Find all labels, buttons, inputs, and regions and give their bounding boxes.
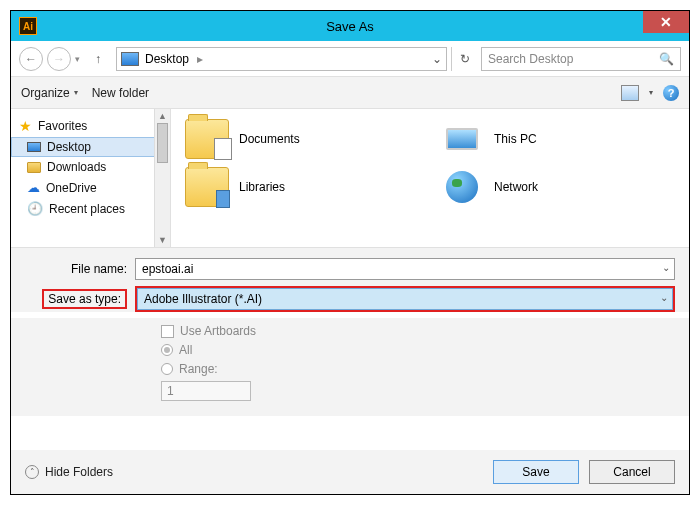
sidebar-scrollbar[interactable]: ▲ ▼ (154, 109, 170, 247)
item-libraries[interactable]: Libraries (185, 167, 420, 207)
item-label: Libraries (239, 180, 285, 194)
search-icon: 🔍 (659, 52, 674, 66)
sidebar-item-recent[interactable]: 🕘 Recent places (11, 198, 170, 219)
range-value: 1 (167, 384, 174, 398)
search-input[interactable]: Search Desktop 🔍 (481, 47, 681, 71)
star-icon: ★ (19, 118, 32, 134)
breadcrumb-desktop[interactable]: Desktop (145, 52, 189, 66)
scroll-thumb[interactable] (157, 123, 168, 163)
libraries-icon (185, 167, 229, 207)
use-artboards-row: Use Artboards (161, 324, 675, 338)
network-icon (440, 167, 484, 207)
desktop-icon (27, 142, 41, 152)
all-row: All (161, 343, 675, 357)
cancel-button[interactable]: Cancel (589, 460, 675, 484)
savetype-value: Adobe Illustrator (*.AI) (144, 292, 262, 306)
breadcrumb-separator: ▸ (197, 52, 203, 66)
savetype-dropdown[interactable]: Adobe Illustrator (*.AI) ⌄ (137, 288, 673, 310)
range-row: Range: (161, 362, 675, 376)
illustrator-app-icon: Ai (19, 17, 37, 35)
new-folder-button[interactable]: New folder (92, 86, 149, 100)
help-button[interactable]: ? (663, 85, 679, 101)
save-button[interactable]: Save (493, 460, 579, 484)
hide-folders-button[interactable]: ˄ Hide Folders (25, 465, 113, 479)
range-input[interactable]: 1 (161, 381, 251, 401)
recent-icon: 🕘 (27, 201, 43, 216)
address-dropdown-icon[interactable]: ⌄ (432, 52, 442, 66)
all-label: All (179, 343, 192, 357)
chevron-down-icon: ▾ (74, 88, 78, 97)
save-as-dialog: Ai Save As ✕ ← → ▾ ↑ Desktop ▸ ⌄ ↻ Searc… (10, 10, 690, 495)
savetype-highlight: Adobe Illustrator (*.AI) ⌄ (135, 286, 675, 312)
folder-icon (27, 162, 41, 173)
sidebar-group-favorites[interactable]: ★ Favorites (11, 115, 170, 137)
organize-label: Organize (21, 86, 70, 100)
filename-value: epstoai.ai (142, 262, 193, 276)
close-button[interactable]: ✕ (643, 11, 689, 33)
explorer-body: ★ Favorites Desktop Downloads ☁ OneDrive… (11, 109, 689, 247)
item-label: Documents (239, 132, 300, 146)
sidebar-item-label: Desktop (47, 140, 91, 154)
all-radio[interactable] (161, 344, 173, 356)
title-bar: Ai Save As ✕ (11, 11, 689, 41)
refresh-button[interactable]: ↻ (451, 47, 477, 71)
use-artboards-checkbox[interactable] (161, 325, 174, 338)
navigation-toolbar: ← → ▾ ↑ Desktop ▸ ⌄ ↻ Search Desktop 🔍 (11, 41, 689, 77)
window-title: Save As (11, 19, 689, 34)
folder-icon (185, 119, 229, 159)
sidebar-item-onedrive[interactable]: ☁ OneDrive (11, 177, 170, 198)
sidebar-item-label: Downloads (47, 160, 106, 174)
range-radio[interactable] (161, 363, 173, 375)
item-label: This PC (494, 132, 537, 146)
cloud-icon: ☁ (27, 180, 40, 195)
savetype-label: Save as type: (42, 289, 127, 309)
new-folder-label: New folder (92, 86, 149, 100)
organize-toolbar: Organize ▾ New folder ▾ ? (11, 77, 689, 109)
address-bar[interactable]: Desktop ▸ ⌄ (116, 47, 447, 71)
file-list: Documents This PC Libraries Network (171, 109, 689, 247)
item-label: Network (494, 180, 538, 194)
chevron-down-icon[interactable]: ⌄ (660, 292, 668, 303)
view-dropdown-icon[interactable]: ▾ (649, 88, 653, 97)
view-options-button[interactable] (621, 85, 639, 101)
item-this-pc[interactable]: This PC (440, 119, 675, 159)
history-dropdown[interactable]: ▾ (75, 54, 80, 64)
up-button[interactable]: ↑ (88, 49, 108, 69)
form-area: File name: epstoai.ai ⌄ Save as type: Ad… (11, 247, 689, 312)
sidebar-item-label: Recent places (49, 202, 125, 216)
hide-folders-label: Hide Folders (45, 465, 113, 479)
filename-input[interactable]: epstoai.ai ⌄ (135, 258, 675, 280)
sidebar-item-desktop[interactable]: Desktop (11, 137, 170, 157)
sidebar-group-label: Favorites (38, 119, 87, 133)
forward-button[interactable]: → (47, 47, 71, 71)
savetype-label-wrap: Save as type: (25, 292, 135, 306)
filename-label: File name: (25, 262, 135, 276)
scroll-up-arrow[interactable]: ▲ (155, 109, 170, 123)
options-area: Use Artboards All Range: 1 (11, 318, 689, 416)
item-network[interactable]: Network (440, 167, 675, 207)
sidebar-item-downloads[interactable]: Downloads (11, 157, 170, 177)
range-label: Range: (179, 362, 218, 376)
sidebar-item-label: OneDrive (46, 181, 97, 195)
this-pc-icon (440, 119, 484, 159)
back-button[interactable]: ← (19, 47, 43, 71)
scroll-down-arrow[interactable]: ▼ (155, 233, 170, 247)
use-artboards-label: Use Artboards (180, 324, 256, 338)
item-documents[interactable]: Documents (185, 119, 420, 159)
dialog-footer: ˄ Hide Folders Save Cancel (11, 450, 689, 494)
chevron-down-icon[interactable]: ⌄ (662, 262, 670, 273)
desktop-location-icon (121, 52, 139, 66)
chevron-up-icon: ˄ (25, 465, 39, 479)
sidebar: ★ Favorites Desktop Downloads ☁ OneDrive… (11, 109, 171, 247)
organize-button[interactable]: Organize ▾ (21, 86, 78, 100)
search-placeholder: Search Desktop (488, 52, 573, 66)
